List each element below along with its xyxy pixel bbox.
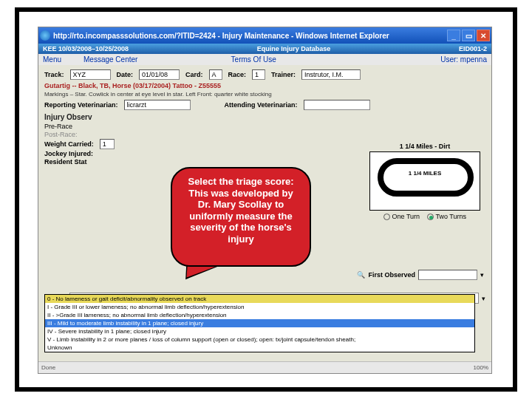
minimize-button[interactable]: _ [447,30,460,41]
radio-one-turn[interactable]: One Turn [383,213,420,220]
triage-option-3[interactable]: III - Mild to moderate limb instability … [45,319,474,327]
triage-option-5[interactable]: V - Limb instability in 2 or more planes… [45,335,474,344]
nav-row: Menu Message Center Terms Of Use User: m… [38,54,491,65]
magnifier-icon[interactable]: 🔍 [357,271,365,279]
close-button[interactable]: ✕ [477,30,490,41]
banner-center: Equine Injury Database [257,45,331,52]
banner-left: KEE 10/03/2008–10/25/2008 [43,45,129,52]
nav-user: User: mpenna [440,55,487,64]
window-titlebar: http://rto.incompasssolutions.com/?ITID=… [38,27,491,44]
card-label: Card: [185,71,203,78]
first-observed-row: 🔍 First Observed ▾ [357,270,484,280]
form-row-1: Track: XYZ Date: 01/01/08 Card: A Race: … [44,69,485,80]
reporting-vet-field[interactable]: licrarzt [124,100,191,110]
pre-race-label: Pre-Race [44,123,485,130]
trainer-label: Trainer: [271,71,296,78]
status-left: Done [41,364,55,371]
slide-frame: http://rto.incompasssolutions.com/?ITID=… [15,7,517,392]
horse-description: Gutartig -- Black, TB, Horse (03/17/2004… [44,82,485,89]
triage-option-4[interactable]: IV - Severe instability in 1 plane; clos… [45,327,474,335]
triage-option-1[interactable]: I - Grade III or lower lameness; no abno… [45,303,474,311]
date-field[interactable]: 01/01/08 [139,69,180,80]
status-bar: Done 100% [38,361,491,373]
reporting-vet-label: Reporting Veterinarian: [44,101,118,109]
date-label: Date: [117,71,134,78]
status-right: 100% [474,364,488,371]
triage-dropdown-list: 0 - No lameness or gait deficit/abnormal… [44,294,475,352]
track-label: Track: [44,71,64,78]
track-diagram: 1 1/4 MILES [369,151,480,211]
card-field[interactable]: A [209,69,222,80]
instruction-callout: Select the triage score: This was develo… [171,167,311,267]
track-subtitle: 1 1/4 Miles - Dirt [366,143,484,150]
track-diagram-box: 1 1/4 Miles - Dirt 1 1/4 MILES One Turn … [366,143,484,220]
chevron-down-icon[interactable]: ▾ [480,271,484,279]
track-inner-oval-icon [382,163,469,192]
race-field[interactable]: 1 [252,69,265,80]
triage-option-0[interactable]: 0 - No lameness or gait deficit/abnormal… [45,295,474,303]
first-observed-field[interactable] [418,270,477,280]
banner-right: EID001-2 [459,45,487,52]
attending-vet-label: Attending Veterinarian: [225,101,298,109]
post-race-label: Post-Race: [44,131,485,138]
trainer-field[interactable]: Instrutor, I.M. [301,69,361,80]
first-observed-label: First Observed [368,271,415,279]
attending-vet-field[interactable] [304,100,370,110]
ie-icon [40,30,50,41]
track-field[interactable]: XYZ [70,69,111,80]
nav-menu[interactable]: Menu [43,55,61,64]
triage-option-2[interactable]: II - >Grade III lameness; no abnormal li… [45,311,474,319]
weight-label: Weight Carried: [44,140,94,148]
radio-two-turns[interactable]: Two Turns [427,213,466,220]
nav-terms[interactable]: Terms Of Use [231,55,276,64]
race-label: Race: [228,71,247,78]
track-distance-label: 1 1/4 MILES [370,170,480,177]
nav-message-center[interactable]: Message Center [83,55,137,64]
app-banner: KEE 10/03/2008–10/25/2008 Equine Injury … [38,44,491,54]
triage-option-unknown[interactable]: Unknown [45,344,474,352]
chevron-down-icon[interactable]: ▾ [482,295,485,302]
window-title: http://rto.incompasssolutions.com/?ITID=… [53,32,447,40]
vet-row: Reporting Veterinarian: licrarzt Attendi… [44,100,485,110]
injury-observations-title: Injury Observ [44,113,485,121]
maximize-button[interactable]: ▭ [462,30,475,41]
turn-radios: One Turn Two Turns [366,213,484,220]
markings: Markings – Star. Cowlick in center at ey… [44,91,485,98]
weight-field[interactable]: 1 [100,139,115,149]
